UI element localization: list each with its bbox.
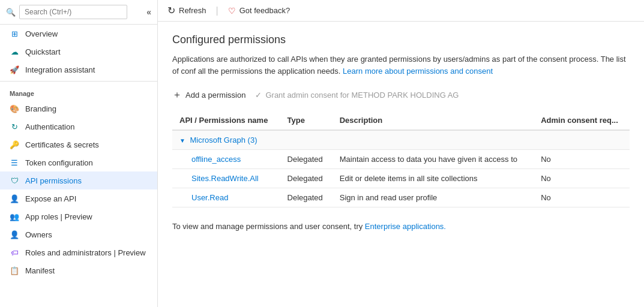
- permission-name-link[interactable]: Sites.ReadWrite.All: [191, 174, 259, 183]
- sidebar-item-label: Manifest: [25, 266, 55, 275]
- person-badge-icon: 🏷: [10, 248, 19, 257]
- sidebar-item-integration-assistant[interactable]: 🚀 Integration assistant: [0, 61, 157, 79]
- palette-icon: 🎨: [10, 104, 19, 113]
- sidebar-item-label: Branding: [25, 104, 56, 113]
- divider: [0, 81, 157, 82]
- heart-icon: ♡: [228, 6, 236, 16]
- enterprise-applications-link[interactable]: Enterprise applications.: [365, 222, 446, 231]
- sidebar-item-owners[interactable]: 👤 Owners: [0, 225, 157, 243]
- sidebar-item-label: API permissions: [25, 176, 82, 185]
- sidebar-item-manifest[interactable]: 📋 Manifest: [0, 261, 157, 279]
- content-area: Configured permissions Applications are …: [158, 22, 644, 307]
- people-group-icon: 👥: [10, 212, 19, 221]
- description-text: Applications are authorized to call APIs…: [172, 53, 630, 77]
- grant-consent-label: Grant admin consent for METHOD PARK HOLD…: [265, 91, 459, 100]
- sidebar-item-label: Certificates & secrets: [25, 140, 99, 149]
- permission-name-link[interactable]: offline_access: [191, 155, 241, 164]
- sidebar-item-api-permissions[interactable]: 🛡 API permissions: [0, 171, 157, 189]
- permission-type: Delegated: [280, 150, 333, 169]
- col-api-name: API / Permissions name: [172, 111, 280, 130]
- sidebar-item-authentication[interactable]: ↻ Authentication: [0, 118, 157, 136]
- sidebar-item-branding[interactable]: 🎨 Branding: [0, 100, 157, 118]
- toolbar: ↻ Refresh | ♡ Got feedback?: [158, 0, 644, 22]
- permission-type: Delegated: [280, 188, 333, 207]
- sidebar-item-label: Token configuration: [25, 158, 93, 167]
- sidebar: 🔍 « ⊞ Overview ☁ Quickstart 🚀 Integratio…: [0, 0, 158, 307]
- add-permission-button[interactable]: ＋ Add a permission: [172, 86, 245, 104]
- col-admin-consent: Admin consent req...: [534, 111, 630, 130]
- permission-admin-consent: No: [534, 169, 630, 188]
- sidebar-item-roles-admins[interactable]: 🏷 Roles and administrators | Preview: [0, 243, 157, 261]
- toolbar-divider: |: [216, 5, 218, 16]
- bars-icon: ☰: [10, 158, 19, 167]
- list-icon: 📋: [10, 266, 19, 275]
- sidebar-item-label: Expose an API: [25, 194, 76, 203]
- sidebar-item-label: Integration assistant: [25, 65, 95, 74]
- sidebar-item-certificates[interactable]: 🔑 Certificates & secrets: [0, 136, 157, 154]
- permission-admin-consent: No: [534, 150, 630, 169]
- people-icon: 👤: [10, 194, 19, 203]
- shield-check-icon: 🛡: [10, 176, 19, 185]
- feedback-label: Got feedback?: [239, 6, 290, 15]
- table-row: User.Read Delegated Sign in and read use…: [172, 188, 630, 207]
- refresh-button[interactable]: ↻ Refresh: [167, 5, 206, 16]
- collapse-sidebar-button[interactable]: «: [146, 7, 151, 17]
- person-icon: 👤: [10, 230, 19, 239]
- permissions-table: API / Permissions name Type Description …: [172, 111, 630, 207]
- sidebar-item-quickstart[interactable]: ☁ Quickstart: [0, 43, 157, 61]
- sidebar-search-bar: 🔍 «: [0, 0, 157, 25]
- cloud-icon: ☁: [10, 47, 19, 56]
- refresh-icon: ↻: [167, 5, 175, 16]
- feedback-button[interactable]: ♡ Got feedback?: [228, 6, 290, 16]
- rocket-icon: 🚀: [10, 65, 19, 74]
- search-icon: 🔍: [6, 8, 16, 17]
- sidebar-item-label: Roles and administrators | Preview: [25, 248, 146, 257]
- learn-more-link[interactable]: Learn more about permissions and consent: [343, 67, 493, 76]
- permission-description: Maintain access to data you have given i…: [333, 150, 534, 169]
- table-group-row: ▼ Microsoft Graph (3): [172, 130, 630, 150]
- permission-name-link[interactable]: User.Read: [191, 193, 228, 202]
- permission-description: Sign in and read user profile: [333, 188, 534, 207]
- add-permission-label: Add a permission: [185, 91, 245, 100]
- col-type: Type: [280, 111, 333, 130]
- table-header-row: API / Permissions name Type Description …: [172, 111, 630, 130]
- table-row: Sites.ReadWrite.All Delegated Edit or de…: [172, 169, 630, 188]
- sidebar-item-expose-api[interactable]: 👤 Expose an API: [0, 189, 157, 207]
- refresh-label: Refresh: [179, 6, 206, 15]
- group-link[interactable]: Microsoft Graph (3): [190, 136, 257, 145]
- sidebar-item-app-roles[interactable]: 👥 App roles | Preview: [0, 207, 157, 225]
- sidebar-item-label: Overview: [25, 29, 58, 38]
- sidebar-item-label: Owners: [25, 230, 52, 239]
- permission-admin-consent: No: [534, 188, 630, 207]
- footer-text: To view and manage permissions and user …: [172, 222, 630, 231]
- sidebar-item-token-configuration[interactable]: ☰ Token configuration: [0, 154, 157, 171]
- main-content: ↻ Refresh | ♡ Got feedback? Configured p…: [158, 0, 644, 307]
- checkmark-icon: ✓: [255, 91, 262, 100]
- permission-type: Delegated: [280, 169, 333, 188]
- key-icon: 🔑: [10, 140, 19, 149]
- plus-icon: ＋: [172, 89, 182, 101]
- action-bar: ＋ Add a permission ✓ Grant admin consent…: [172, 86, 630, 104]
- permission-description: Edit or delete items in all site collect…: [333, 169, 534, 188]
- chevron-down-icon: ▼: [179, 137, 185, 144]
- sidebar-item-overview[interactable]: ⊞ Overview: [0, 25, 157, 43]
- search-input[interactable]: [19, 5, 127, 19]
- grant-consent-button: ✓ Grant admin consent for METHOD PARK HO…: [255, 88, 459, 102]
- grid-icon: ⊞: [10, 29, 19, 38]
- manage-section-label: Manage: [0, 84, 157, 100]
- sidebar-item-label: Quickstart: [25, 47, 61, 56]
- col-description: Description: [333, 111, 534, 130]
- sidebar-item-label: Authentication: [25, 122, 74, 131]
- sidebar-item-label: App roles | Preview: [25, 212, 92, 221]
- page-title: Configured permissions: [172, 34, 630, 46]
- table-row: offline_access Delegated Maintain access…: [172, 150, 630, 169]
- refresh-circle-icon: ↻: [10, 122, 19, 131]
